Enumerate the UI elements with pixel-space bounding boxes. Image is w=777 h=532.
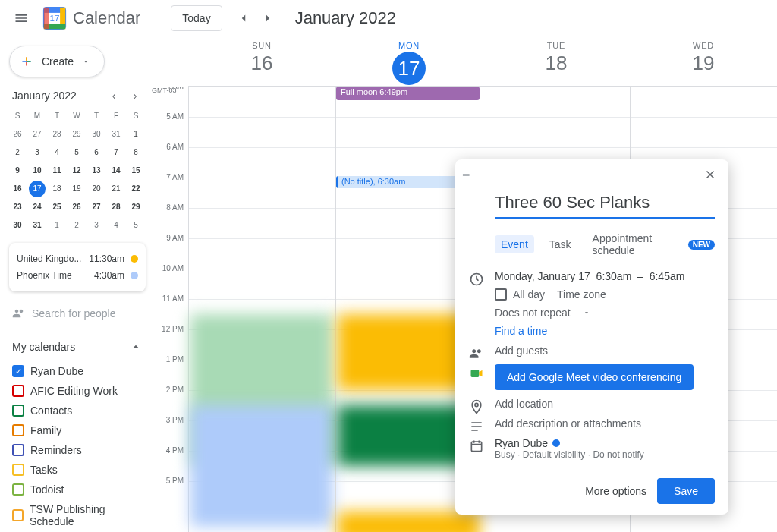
more-options-button[interactable]: More options: [585, 485, 646, 497]
drag-handle-icon[interactable]: ═: [463, 169, 470, 180]
hamburger-menu-icon[interactable]: [6, 3, 36, 33]
add-guests-field[interactable]: Add guests: [495, 345, 548, 357]
day-header[interactable]: TUE18: [483, 36, 630, 86]
chevron-up-icon: [129, 340, 143, 354]
hour-label: 2 PM: [152, 386, 184, 416]
mini-day[interactable]: 25: [49, 199, 65, 216]
app-title: Calendar: [73, 8, 140, 28]
save-button[interactable]: Save: [657, 478, 715, 504]
mini-day[interactable]: 29: [127, 199, 144, 216]
search-people[interactable]: Search for people: [9, 301, 146, 326]
mini-day[interactable]: 12: [68, 162, 85, 179]
mini-day[interactable]: 15: [127, 162, 144, 179]
tab-event[interactable]: Event: [495, 235, 534, 253]
mini-dow: W: [68, 108, 85, 124]
mini-day[interactable]: 9: [9, 162, 26, 179]
app-header: 17 Calendar Today January 2022: [0, 0, 777, 36]
hour-label: 10 AM: [152, 264, 184, 294]
timezone-link[interactable]: Time zone: [557, 288, 606, 301]
mini-day[interactable]: 29: [68, 126, 85, 143]
mini-day[interactable]: 16: [9, 181, 26, 197]
mini-day[interactable]: 19: [68, 181, 85, 197]
event-datetime[interactable]: Monday, January 17 6:30am – 6:45am: [495, 270, 684, 282]
mini-day[interactable]: 21: [108, 181, 124, 197]
mini-day[interactable]: 26: [68, 199, 85, 216]
mini-day[interactable]: 10: [29, 162, 46, 179]
mini-day[interactable]: 31: [29, 217, 46, 234]
mini-day[interactable]: 28: [49, 126, 65, 143]
mini-day[interactable]: 27: [29, 126, 46, 143]
mini-day[interactable]: 30: [88, 126, 105, 143]
mini-day[interactable]: 23: [9, 199, 26, 216]
mini-day[interactable]: 5: [127, 217, 144, 234]
mini-next-button[interactable]: ›: [127, 90, 143, 102]
hour-label: 9 AM: [152, 234, 184, 264]
day-column[interactable]: [188, 87, 335, 532]
mini-day[interactable]: 1: [127, 126, 144, 143]
create-button[interactable]: Create: [9, 46, 105, 77]
calendar-item[interactable]: Ryan Dube: [9, 361, 146, 381]
event-visibility[interactable]: Busy · Default visibility · Do not notif…: [495, 449, 644, 460]
mini-day[interactable]: 8: [127, 144, 144, 161]
allday-event[interactable]: Full moon 6:49pm: [336, 87, 480, 100]
mini-day[interactable]: 4: [108, 217, 124, 234]
event-owner[interactable]: Ryan Dube: [495, 437, 644, 449]
mini-day[interactable]: 3: [88, 217, 105, 234]
my-calendars-toggle[interactable]: My calendars: [9, 335, 146, 358]
mini-dow: T: [49, 108, 65, 124]
hour-label: 4 AM: [152, 87, 184, 112]
mini-day[interactable]: 13: [88, 162, 105, 179]
repeat-dropdown[interactable]: Does not repeat: [495, 307, 684, 319]
add-location-field[interactable]: Add location: [495, 398, 553, 410]
mini-day[interactable]: 14: [108, 162, 124, 179]
day-header[interactable]: WED19: [630, 36, 777, 86]
add-description-field[interactable]: Add description or attachments: [495, 417, 641, 430]
mini-day[interactable]: 4: [49, 144, 65, 161]
calendar-item[interactable]: Contacts: [9, 401, 146, 420]
hour-label: 3 PM: [152, 416, 184, 446]
mini-calendar: January 2022 ‹ › SMTWTFS2627282930311234…: [9, 90, 146, 234]
mini-day[interactable]: 1: [49, 217, 65, 234]
day-header[interactable]: SUN16: [188, 36, 335, 86]
event-title-input[interactable]: [495, 190, 715, 219]
calendar-item[interactable]: Family: [9, 420, 146, 440]
mini-day[interactable]: 26: [9, 126, 26, 143]
guests-icon: [469, 346, 484, 361]
mini-day[interactable]: 31: [108, 126, 124, 143]
tab-task[interactable]: Task: [543, 235, 577, 253]
mini-day[interactable]: 6: [88, 144, 105, 161]
calendar-item[interactable]: TSW Publishing Schedule: [9, 499, 146, 531]
mini-day[interactable]: 2: [68, 217, 85, 234]
mini-day[interactable]: 2: [9, 144, 26, 161]
calendar-item[interactable]: Reminders: [9, 440, 146, 460]
calendar-item[interactable]: Tasks: [9, 460, 146, 480]
mini-day[interactable]: 17: [29, 181, 46, 197]
find-time-link[interactable]: Find a time: [495, 325, 547, 337]
mini-dow: F: [108, 108, 124, 124]
mini-day[interactable]: 5: [68, 144, 85, 161]
next-period-button[interactable]: [256, 6, 280, 30]
calendar-item[interactable]: Todoist: [9, 480, 146, 499]
tab-appointment[interactable]: Appointment schedule: [587, 229, 679, 260]
allday-checkbox[interactable]: All day: [495, 288, 545, 301]
mini-day[interactable]: 27: [88, 199, 105, 216]
mini-day[interactable]: 22: [127, 181, 144, 197]
svg-rect-4: [44, 7, 49, 28]
mini-day[interactable]: 20: [88, 181, 105, 197]
day-header[interactable]: MON17: [335, 36, 483, 86]
mini-day[interactable]: 7: [108, 144, 124, 161]
mini-prev-button[interactable]: ‹: [106, 90, 121, 102]
add-meet-button[interactable]: Add Google Meet video conferencing: [495, 364, 694, 390]
calendar-item[interactable]: AFIC Editing Work: [9, 381, 146, 401]
today-button[interactable]: Today: [171, 5, 222, 31]
close-button[interactable]: [700, 164, 721, 185]
mini-dow: M: [29, 108, 46, 124]
mini-day[interactable]: 11: [49, 162, 65, 179]
mini-day[interactable]: 24: [29, 199, 46, 216]
mini-day[interactable]: 18: [49, 181, 65, 197]
svg-text:17: 17: [50, 14, 60, 23]
mini-day[interactable]: 3: [29, 144, 46, 161]
mini-day[interactable]: 28: [108, 199, 124, 216]
mini-day[interactable]: 30: [9, 217, 26, 234]
prev-period-button[interactable]: [231, 6, 256, 30]
